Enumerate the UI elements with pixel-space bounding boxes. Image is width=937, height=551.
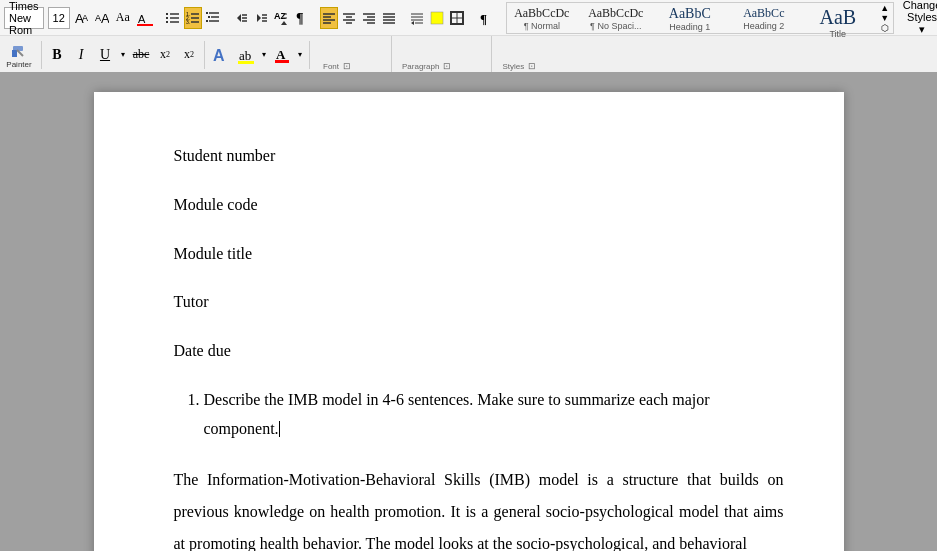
svg-text:AZ: AZ — [274, 11, 286, 21]
svg-rect-22 — [206, 20, 208, 22]
style-normal[interactable]: AaBbCcDc ¶ Normal — [507, 3, 577, 33]
highlight-button[interactable]: ab — [234, 42, 258, 68]
style-nospace-preview: AaBbCcDc — [588, 6, 643, 21]
style-title-preview: AaB — [819, 6, 856, 29]
painter-label: Painter — [6, 60, 31, 69]
style-h2-label: Heading 2 — [743, 21, 784, 31]
text-effects-button[interactable]: A — [208, 42, 234, 68]
superscript-button[interactable]: x2 — [177, 42, 201, 68]
svg-rect-10 — [166, 21, 168, 23]
svg-rect-6 — [166, 13, 168, 15]
style-h1-label: Heading 1 — [669, 22, 710, 32]
sep-fmt2 — [204, 41, 205, 69]
shading-button[interactable] — [428, 7, 446, 29]
styles-scroll: ▲ ▼ ⬡ — [877, 3, 893, 33]
show-formatting-button[interactable]: ¶ — [292, 7, 310, 29]
style-nospace-label: ¶ No Spaci... — [590, 21, 641, 31]
document-area: Student number Module code Module title … — [0, 72, 937, 75]
multilevel-list-button[interactable] — [204, 7, 222, 29]
svg-text:ab: ab — [239, 48, 251, 63]
svg-text:¶: ¶ — [480, 11, 487, 26]
styles-section-expand[interactable]: ⊡ — [528, 61, 536, 71]
svg-text:A: A — [82, 13, 88, 23]
style-title[interactable]: AaB Title — [803, 3, 873, 33]
font-color-button[interactable]: A — [270, 42, 294, 68]
strikethrough-button[interactable]: abc — [129, 42, 153, 68]
change-styles-label2: Styles ▾ — [903, 11, 937, 36]
svg-text:¶: ¶ — [296, 11, 304, 26]
font-color-dropdown[interactable]: ▾ — [294, 42, 306, 68]
svg-rect-8 — [166, 17, 168, 19]
change-styles-label: Change — [903, 0, 937, 11]
svg-rect-68 — [238, 61, 254, 64]
clear-formatting-button[interactable]: A — [136, 7, 154, 29]
format-painter-button[interactable]: Painter — [4, 38, 34, 72]
decrease-indent-button[interactable] — [232, 7, 250, 29]
sort-button[interactable]: AZ — [272, 7, 290, 29]
styles-scroll-up[interactable]: ▲ — [877, 3, 893, 13]
numbering-button[interactable]: 1.2.3. — [184, 7, 202, 29]
styles-panel: AaBbCcDc ¶ Normal AaBbCcDc ¶ No Spaci...… — [506, 2, 894, 34]
increase-indent-button[interactable] — [252, 7, 270, 29]
paragraph-section-expand[interactable]: ⊡ — [443, 61, 451, 71]
borders-button[interactable] — [448, 7, 466, 29]
subscript-button[interactable]: x2 — [153, 42, 177, 68]
align-right-button[interactable] — [360, 7, 378, 29]
bullets-button[interactable] — [164, 7, 182, 29]
change-styles-button[interactable]: Change Styles ▾ — [898, 2, 937, 34]
svg-marker-24 — [237, 14, 241, 22]
paragraph-section-label: Paragraph — [402, 62, 439, 71]
styles-section-label: Styles — [502, 62, 524, 71]
style-h2-preview: AaBbCc — [743, 6, 784, 21]
style-h1-preview: AaBbC — [669, 6, 711, 22]
grow-font-button[interactable]: AA — [72, 7, 90, 29]
style-h1[interactable]: AaBbC Heading 1 — [655, 3, 725, 33]
svg-rect-58 — [431, 12, 443, 24]
align-left-button[interactable] — [320, 7, 338, 29]
svg-rect-18 — [206, 12, 208, 14]
svg-rect-63 — [12, 50, 17, 57]
style-h2[interactable]: AaBbCc Heading 2 — [729, 3, 799, 33]
svg-marker-35 — [281, 21, 287, 25]
svg-text:A: A — [276, 47, 286, 62]
svg-text:A: A — [101, 11, 109, 26]
font-section-expand[interactable]: ⊡ — [343, 61, 351, 71]
font-name-input[interactable]: Times New Rom — [4, 7, 44, 29]
styles-more[interactable]: ⬡ — [877, 23, 893, 33]
style-title-label: Title — [829, 29, 846, 39]
style-normal-label: ¶ Normal — [524, 21, 560, 31]
svg-text:A: A — [138, 13, 146, 25]
justify-button[interactable] — [380, 7, 398, 29]
bold-button[interactable]: B — [45, 42, 69, 68]
svg-marker-28 — [257, 14, 261, 22]
underline-button[interactable]: U — [93, 42, 117, 68]
line-spacing-button[interactable] — [408, 7, 426, 29]
style-nospace[interactable]: AaBbCcDc ¶ No Spaci... — [581, 3, 651, 33]
underline-dropdown[interactable]: ▾ — [117, 42, 129, 68]
shrink-font-button[interactable]: AA — [92, 7, 110, 29]
svg-text:A: A — [213, 47, 225, 64]
style-normal-preview: AaBbCcDc — [514, 6, 569, 21]
styles-scroll-down[interactable]: ▼ — [877, 13, 893, 23]
italic-button[interactable]: I — [69, 42, 93, 68]
sep-fmt — [41, 41, 42, 69]
sep-fmt3 — [309, 41, 310, 69]
align-center-button[interactable] — [340, 7, 358, 29]
change-case-button[interactable]: Aa — [112, 7, 134, 29]
font-size-input[interactable]: 12 — [48, 7, 70, 29]
svg-marker-56 — [411, 21, 414, 25]
font-section-label: Font — [323, 62, 339, 71]
svg-rect-20 — [208, 16, 210, 18]
paragraph-mark-button[interactable]: ¶ — [476, 7, 494, 29]
svg-text:3.: 3. — [186, 19, 190, 25]
svg-rect-70 — [275, 60, 289, 63]
highlight-dropdown[interactable]: ▾ — [258, 42, 270, 68]
